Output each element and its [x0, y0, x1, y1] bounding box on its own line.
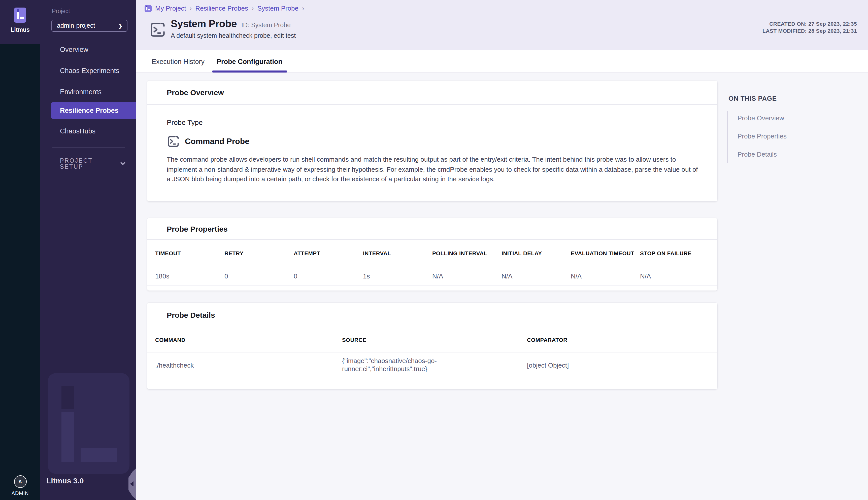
probe-details-title: Probe Details [167, 310, 215, 319]
chevron-right-icon: ❯ [118, 23, 122, 29]
details-value-row: ./healthcheck {"image":"chaosnative/chao… [147, 352, 717, 378]
user-avatar[interactable]: A [14, 475, 26, 488]
column-header: STOP ON FAILURE [640, 250, 709, 256]
cell-timeout: 180s [155, 272, 224, 280]
divider [147, 104, 717, 105]
project-selector-value: admin-project [57, 22, 95, 29]
probe-type-name: Command Probe [185, 137, 249, 146]
breadcrumb-my-project[interactable]: My Project [155, 4, 186, 12]
column-header: TIMEOUT [155, 250, 224, 256]
litmus-watermark-logo [48, 373, 129, 474]
tab-bar: Execution History Probe Configuration [136, 50, 868, 73]
litmus-logo-icon[interactable] [14, 8, 26, 23]
details-header-row: COMMAND SOURCE COMPARATOR [147, 327, 717, 352]
brand-rail: Litmus A ADMIN [0, 0, 40, 500]
breadcrumb-system-probe[interactable]: System Probe [257, 4, 298, 12]
column-header: COMPARATOR [527, 337, 709, 343]
page-header: My Project › Resilience Probes › System … [136, 0, 868, 50]
on-this-page-title: ON THIS PAGE [729, 95, 854, 102]
main-area: My Project › Resilience Probes › System … [136, 0, 868, 500]
cell-retry: 0 [224, 272, 294, 280]
probe-type-description: The command probe allows developers to r… [167, 155, 702, 184]
brand-label: Litmus [0, 27, 40, 33]
probe-type-label: Probe Type [167, 118, 717, 126]
cell-comparator: [object Object] [527, 361, 709, 369]
triangle-left-icon [130, 481, 134, 486]
column-header: RETRY [224, 250, 294, 256]
project-selector[interactable]: admin-project ❯ [52, 20, 127, 32]
cell-initial-delay: N/A [501, 272, 571, 280]
breadcrumb-separator: › [190, 4, 192, 12]
probe-id-label: ID: System Probe [241, 22, 291, 29]
on-this-page-link-probe-details[interactable]: Probe Details [737, 150, 854, 158]
cell-source: {"image":"chaosnative/chaos-go-runner:ci… [342, 357, 463, 373]
column-header: EVALUATION TIMEOUT [571, 250, 640, 256]
column-header: SOURCE [342, 337, 527, 343]
divider [147, 285, 717, 285]
sidebar-item-overview[interactable]: Overview [40, 44, 136, 56]
sidebar-collapse-handle[interactable] [128, 468, 136, 500]
properties-value-row: 180s 0 0 1s N/A N/A N/A N/A [147, 268, 717, 285]
cell-attempt: 0 [294, 272, 363, 280]
sidebar-divider [53, 147, 125, 148]
project-label: Project [52, 8, 70, 14]
properties-header-row: TIMEOUT RETRY ATTEMPT INTERVAL POLLING I… [147, 240, 717, 267]
probe-overview-title: Probe Overview [167, 88, 224, 97]
divider [147, 378, 717, 378]
sidebar: Project admin-project ❯ Overview Chaos E… [40, 0, 136, 500]
column-header: ATTEMPT [294, 250, 363, 256]
terminal-probe-icon [149, 21, 166, 38]
sidebar-item-resilience-probes[interactable]: Resilience Probes [51, 102, 136, 119]
litmus-mini-logo-icon [145, 5, 151, 12]
breadcrumb-separator: › [252, 4, 254, 12]
column-header: INITIAL DELAY [501, 250, 571, 256]
timestamps: CREATED ON: 27 Sep 2023, 22:35 LAST MODI… [763, 20, 857, 34]
probe-subtitle: A default system healthcheck probe, edit… [171, 32, 296, 39]
project-setup-label: PROJECT SETUP [60, 158, 108, 170]
probe-details-card: Probe Details COMMAND SOURCE COMPARATOR … [147, 303, 717, 389]
cell-stop-on-failure: N/A [640, 272, 709, 280]
breadcrumb-resilience-probes[interactable]: Resilience Probes [195, 4, 248, 12]
project-setup-toggle[interactable]: PROJECT SETUP [60, 158, 125, 170]
probe-properties-title: Probe Properties [167, 224, 228, 233]
column-header: INTERVAL [363, 250, 432, 256]
column-header: COMMAND [155, 337, 342, 343]
tab-content: Probe Overview Probe Type Command Probe … [136, 73, 868, 500]
last-modified: LAST MODIFIED: 28 Sep 2023, 21:31 [763, 27, 857, 34]
litmus-app: Litmus A ADMIN Project admin-project ❯ O… [0, 0, 868, 500]
sidebar-item-chaoshubs[interactable]: ChaosHubs [40, 125, 136, 137]
terminal-probe-icon-small [167, 135, 180, 148]
cell-polling-interval: N/A [432, 272, 501, 280]
sidebar-item-chaos-experiments[interactable]: Chaos Experiments [40, 65, 136, 77]
cell-interval: 1s [363, 272, 432, 280]
chevron-down-icon [121, 162, 125, 166]
created-on: CREATED ON: 27 Sep 2023, 22:35 [763, 20, 857, 27]
cell-command: ./healthcheck [155, 361, 342, 369]
page-title: System Probe [171, 18, 237, 30]
probe-overview-card: Probe Overview Probe Type Command Probe … [147, 81, 717, 202]
breadcrumb-separator: › [302, 4, 304, 12]
brand-rail-top: Litmus [0, 0, 40, 44]
tab-execution-history[interactable]: Execution History [147, 50, 209, 72]
on-this-page-nav: ON THIS PAGE Probe Overview Probe Proper… [729, 95, 854, 163]
avatar-initial: A [19, 479, 22, 485]
breadcrumb: My Project › Resilience Probes › System … [145, 4, 304, 12]
tab-probe-configuration[interactable]: Probe Configuration [212, 50, 287, 72]
version-label: Litmus 3.0 [46, 476, 83, 485]
admin-label: ADMIN [0, 490, 40, 496]
on-this-page-link-probe-overview[interactable]: Probe Overview [737, 114, 854, 122]
cell-evaluation-timeout: N/A [571, 272, 640, 280]
on-this-page-link-probe-properties[interactable]: Probe Properties [737, 133, 854, 140]
sidebar-item-environments[interactable]: Environments [40, 86, 136, 98]
probe-properties-card: Probe Properties TIMEOUT RETRY ATTEMPT I… [147, 218, 717, 291]
column-header: POLLING INTERVAL [432, 250, 501, 256]
